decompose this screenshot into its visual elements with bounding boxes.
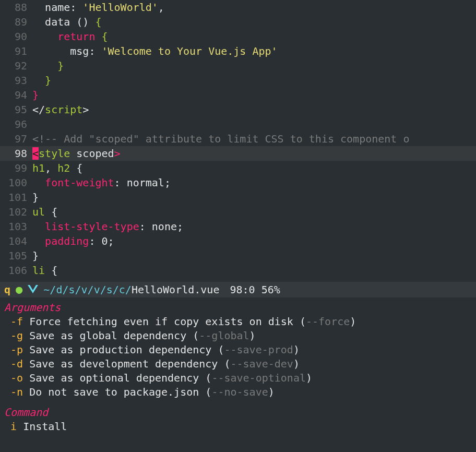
- command-item[interactable]: i Install: [4, 420, 472, 434]
- argument-alt: --no-save: [211, 386, 268, 398]
- code-line[interactable]: 100 font-weight: normal;: [0, 175, 476, 190]
- line-number: 96: [0, 117, 32, 132]
- argument-flag: -g: [4, 329, 29, 342]
- line-number: 93: [0, 73, 32, 88]
- code-text[interactable]: <!-- Add "scoped" attribute to limit CSS…: [32, 132, 476, 146]
- code-line[interactable]: 95</script>: [0, 102, 476, 117]
- line-number: 88: [0, 0, 32, 15]
- code-line[interactable]: 101}: [0, 190, 476, 205]
- code-text[interactable]: }: [32, 73, 476, 88]
- line-number: 104: [0, 234, 32, 248]
- code-text[interactable]: </script>: [32, 102, 476, 117]
- line-number: 95: [0, 102, 32, 117]
- statusbar-position: 98:0 56%: [230, 282, 280, 297]
- code-text[interactable]: h1, h2 {: [32, 161, 476, 175]
- line-number: 99: [0, 161, 32, 175]
- code-line[interactable]: 96: [0, 117, 476, 132]
- argument-alt: --force: [306, 315, 350, 328]
- statusbar-path-dim: ~/d/s/v/v/s/c/: [43, 283, 132, 296]
- argument-description: Save as development dependency (: [29, 358, 230, 370]
- line-number: 91: [0, 44, 32, 58]
- code-text[interactable]: }: [32, 248, 476, 263]
- argument-alt: --save-optional: [211, 372, 306, 384]
- code-line[interactable]: 88 name: 'HelloWorld',: [0, 0, 476, 15]
- code-line[interactable]: 106li {: [0, 263, 476, 278]
- argument-item[interactable]: -d Save as development dependency (--sav…: [4, 357, 472, 371]
- code-text[interactable]: font-weight: normal;: [32, 175, 476, 190]
- line-number: 90: [0, 29, 32, 44]
- code-text[interactable]: name: 'HelloWorld',: [32, 0, 476, 15]
- code-text[interactable]: li {: [32, 263, 476, 278]
- argument-flag: -p: [4, 343, 29, 356]
- arguments-list: -f Force fetching even if copy exists on…: [4, 315, 472, 399]
- statusbar-q: q: [4, 282, 10, 297]
- code-text[interactable]: data () {: [32, 15, 476, 29]
- argument-item[interactable]: -g Save as global dependency (--global): [4, 329, 472, 343]
- line-number: 92: [0, 58, 32, 73]
- command-list: i Install: [4, 420, 472, 434]
- argument-flag: -o: [4, 372, 29, 384]
- command-description: Install: [23, 420, 67, 433]
- argument-flag: -d: [4, 358, 29, 370]
- git-clean-dot-icon: ●: [16, 282, 22, 297]
- statusbar-filename: HelloWorld.vue: [132, 283, 220, 296]
- code-line[interactable]: 104 padding: 0;: [0, 234, 476, 248]
- code-line[interactable]: 92 }: [0, 58, 476, 73]
- code-text[interactable]: return {: [32, 29, 476, 44]
- line-number: 94: [0, 88, 32, 102]
- argument-description: Save as optional dependency (: [29, 372, 211, 384]
- argument-flag: -f: [4, 315, 29, 328]
- argument-flag: -n: [4, 386, 29, 398]
- code-line[interactable]: 105}: [0, 248, 476, 263]
- argument-item[interactable]: -n Do not save to package.json (--no-sav…: [4, 385, 472, 399]
- argument-alt: --save-dev: [230, 358, 293, 370]
- argument-alt: --save-prod: [224, 343, 293, 356]
- code-line[interactable]: 97<!-- Add "scoped" attribute to limit C…: [0, 132, 476, 146]
- line-number: 105: [0, 248, 32, 263]
- code-text[interactable]: [32, 117, 476, 132]
- line-number: 100: [0, 175, 32, 190]
- line-number: 106: [0, 263, 32, 278]
- argument-item[interactable]: -p Save as production dependency (--save…: [4, 343, 472, 357]
- line-number: 98: [0, 146, 32, 161]
- code-text[interactable]: list-style-type: none;: [32, 219, 476, 234]
- argument-description: Save as global dependency (: [29, 329, 199, 342]
- argument-description: Force fetching even if copy exists on di…: [29, 315, 306, 328]
- code-editor[interactable]: 88 name: 'HelloWorld',89 data () {90 ret…: [0, 0, 476, 282]
- help-panel: Arguments -f Force fetching even if copy…: [0, 298, 476, 434]
- status-bar: q ● ~/d/s/v/v/s/c/HelloWorld.vue 98:0 56…: [0, 282, 476, 298]
- code-line[interactable]: 102ul {: [0, 205, 476, 219]
- argument-alt: --global: [199, 329, 249, 342]
- code-line[interactable]: 94}: [0, 88, 476, 102]
- code-text[interactable]: }: [32, 58, 476, 73]
- argument-description: Do not save to package.json (: [29, 386, 211, 398]
- code-text[interactable]: ul {: [32, 205, 476, 219]
- code-line[interactable]: 99h1, h2 {: [0, 161, 476, 175]
- line-number: 97: [0, 132, 32, 146]
- vue-logo-icon: [28, 285, 38, 294]
- line-number: 103: [0, 219, 32, 234]
- arguments-title: Arguments: [4, 301, 472, 315]
- argument-item[interactable]: -o Save as optional dependency (--save-o…: [4, 371, 472, 385]
- code-line[interactable]: 90 return {: [0, 29, 476, 44]
- command-key: i: [4, 420, 23, 433]
- line-number: 89: [0, 15, 32, 29]
- line-number: 102: [0, 205, 32, 219]
- code-line[interactable]: 89 data () {: [0, 15, 476, 29]
- code-text[interactable]: msg: 'Welcome to Your Vue.js App': [32, 44, 476, 58]
- code-line[interactable]: 103 list-style-type: none;: [0, 219, 476, 234]
- code-line[interactable]: 91 msg: 'Welcome to Your Vue.js App': [0, 44, 476, 58]
- statusbar-path: ~/d/s/v/v/s/c/HelloWorld.vue: [43, 282, 219, 297]
- code-text[interactable]: }: [32, 190, 476, 205]
- code-text[interactable]: <style scoped>: [32, 146, 476, 161]
- argument-description: Save as production dependency (: [29, 343, 224, 356]
- code-text[interactable]: }: [32, 88, 476, 102]
- command-title: Command: [4, 406, 472, 420]
- line-number: 101: [0, 190, 32, 205]
- argument-item[interactable]: -f Force fetching even if copy exists on…: [4, 315, 472, 329]
- code-text[interactable]: padding: 0;: [32, 234, 476, 248]
- code-line[interactable]: 93 }: [0, 73, 476, 88]
- code-line[interactable]: 98<style scoped>: [0, 146, 476, 161]
